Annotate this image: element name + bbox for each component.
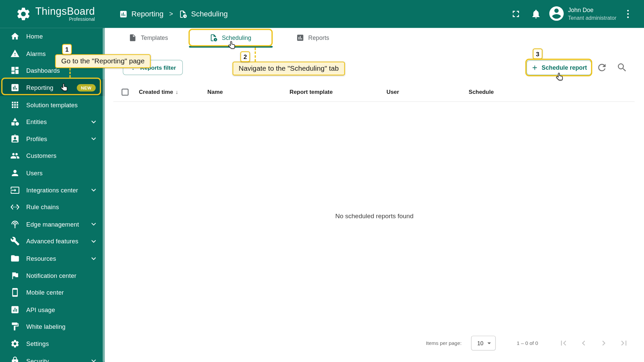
tooltip-text: Navigate to the "Scheduling" tab (238, 64, 338, 72)
step-3-marker: 3 (533, 48, 542, 59)
sidebar-item-settings[interactable]: Settings (0, 335, 105, 352)
column-label: Created time (139, 89, 173, 95)
sidebar-item-label: API usage (26, 306, 55, 313)
sidebar-item-label: Alarms (26, 50, 46, 57)
sidebar-item-mobile-center[interactable]: Mobile center (0, 284, 105, 301)
sidebar-item-profiles[interactable]: Profiles (0, 130, 105, 147)
sidebar-item-label: Integrations center (26, 187, 78, 194)
breadcrumb-label: Reporting (131, 10, 164, 18)
sidebar-item-solution-templates[interactable]: Solution templates (0, 96, 105, 113)
sidebar-scrollbar[interactable] (103, 28, 105, 362)
thingsboard-logo-icon (16, 6, 32, 22)
schedule-report-label: Schedule report (542, 64, 587, 71)
sidebar-item-label: White labeling (26, 323, 65, 330)
select-all-checkbox[interactable] (121, 88, 128, 96)
first-page-button[interactable] (558, 338, 568, 348)
scheduling-icon (210, 34, 218, 42)
bell-icon (531, 9, 541, 19)
sidebar-item-white-labeling[interactable]: White labeling (0, 318, 105, 335)
app-root: ThingsBoard Professional Reporting > Sch… (0, 0, 644, 362)
sidebar: Home Alarms Dashboards Reporting NEW Sol… (0, 28, 105, 362)
dashboards-icon (10, 66, 20, 75)
sidebar-item-label: Reporting (26, 84, 53, 91)
next-page-button[interactable] (599, 338, 608, 348)
reports-icon (296, 34, 304, 42)
sidebar-item-api-usage[interactable]: API usage (0, 301, 105, 318)
tools-icon (10, 237, 20, 246)
column-label: Name (207, 89, 223, 95)
search-button[interactable] (616, 62, 628, 73)
sidebar-item-label: Settings (26, 340, 49, 347)
column-user[interactable]: User (386, 89, 399, 95)
connector-line-2 (255, 48, 256, 62)
avatar[interactable] (548, 5, 565, 22)
previous-page-button[interactable] (579, 338, 588, 348)
chevron-down-icon (89, 186, 98, 195)
more-menu-button[interactable] (624, 8, 632, 19)
empty-state-message: No scheduled reports found (105, 213, 644, 220)
notifications-button[interactable] (531, 9, 541, 19)
column-schedule[interactable]: Schedule (469, 89, 494, 95)
last-page-button[interactable] (619, 338, 629, 348)
tab-templates[interactable]: Templates (107, 28, 190, 47)
sidebar-item-edge-management[interactable]: Edge management (0, 216, 105, 233)
table-header: Created time ↓ Name Report template User… (113, 84, 635, 102)
sidebar-item-entities[interactable]: Entities (0, 113, 105, 130)
templates-icon (128, 34, 137, 42)
sidebar-item-users[interactable]: Users (0, 165, 105, 182)
sidebar-item-label: Resources (26, 255, 56, 262)
brand[interactable]: ThingsBoard Professional (16, 6, 95, 22)
column-report-template[interactable]: Report template (289, 89, 333, 95)
items-per-page-value: 10 (477, 340, 483, 346)
breadcrumb-item-scheduling[interactable]: Scheduling (179, 10, 228, 18)
sidebar-item-label: Dashboards (26, 67, 60, 74)
scheduling-icon (179, 10, 187, 18)
sidebar-item-label: Edge management (26, 221, 79, 228)
chevron-down-icon (89, 254, 98, 263)
chevron-down-icon (89, 237, 98, 246)
chevron-right-icon (599, 338, 608, 348)
column-name[interactable]: Name (207, 89, 223, 95)
column-label: Schedule (469, 89, 494, 95)
gear-icon (10, 339, 20, 348)
reporting-icon (119, 10, 128, 18)
sidebar-item-integrations-center[interactable]: Integrations center (0, 182, 105, 199)
sidebar-item-resources[interactable]: Resources (0, 250, 105, 267)
active-tab-indicator (189, 46, 273, 47)
reports-filter-button[interactable]: Reports filter (123, 60, 183, 75)
plus-icon (531, 64, 538, 71)
step-2-marker: 2 (240, 51, 250, 62)
schedule-report-button[interactable]: Schedule report (527, 60, 591, 75)
sort-desc-icon: ↓ (176, 89, 178, 95)
sidebar-item-notification-center[interactable]: Notification center (0, 267, 105, 284)
chevron-down-icon (89, 220, 98, 229)
breadcrumb-label: Scheduling (191, 10, 228, 18)
sidebar-item-home[interactable]: Home (0, 28, 105, 45)
edge-icon (10, 220, 20, 229)
sidebar-item-alarms[interactable]: Alarms (0, 45, 105, 62)
tab-scheduling[interactable]: Scheduling (189, 28, 271, 47)
tab-reports[interactable]: Reports (271, 28, 354, 47)
refresh-button[interactable] (596, 62, 608, 73)
sidebar-item-security[interactable]: Security (0, 352, 105, 362)
sidebar-item-rule-chains[interactable]: Rule chains (0, 199, 105, 216)
sidebar-item-label: Users (26, 170, 43, 177)
items-per-page-select[interactable]: 10 (471, 336, 495, 351)
last-page-icon (619, 338, 629, 348)
dropdown-arrow-icon (485, 339, 493, 347)
fullscreen-button[interactable] (511, 9, 521, 19)
breadcrumb-item-reporting[interactable]: Reporting (119, 10, 163, 18)
sidebar-item-reporting[interactable]: Reporting NEW (0, 79, 105, 96)
breadcrumb: Reporting > Scheduling (119, 0, 228, 28)
sidebar-item-dashboards[interactable]: Dashboards (0, 62, 105, 79)
tab-label: Reports (308, 34, 329, 41)
apps-grid-icon (10, 100, 20, 109)
sidebar-item-label: Customers (26, 153, 56, 160)
sidebar-item-customers[interactable]: Customers (0, 147, 105, 165)
sidebar-item-advanced-features[interactable]: Advanced features (0, 233, 105, 250)
column-created-time[interactable]: Created time ↓ (139, 89, 178, 95)
brand-name: ThingsBoard (35, 6, 95, 17)
sidebar-item-label: Mobile center (26, 289, 64, 296)
integrations-icon (10, 185, 20, 195)
reports-filter-label: Reports filter (140, 64, 176, 71)
